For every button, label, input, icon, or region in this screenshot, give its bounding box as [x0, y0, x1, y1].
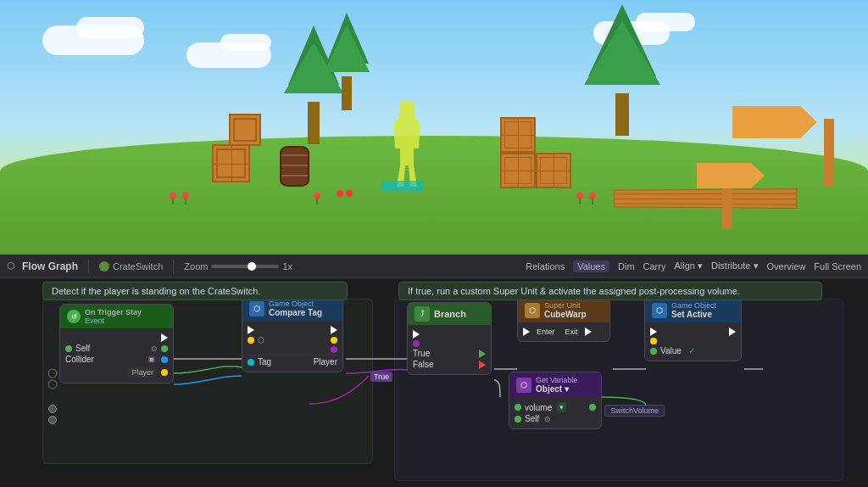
zoom-value: 1x — [282, 261, 292, 271]
node-branch[interactable]: ⤴ Branch True — [407, 302, 492, 375]
trigger-player-row: Player — [65, 367, 168, 378]
compare-gameobj-row: ⬡ — [248, 336, 337, 344]
tree-far-right — [580, 0, 665, 136]
super-header-line2: CubeWarp — [544, 310, 587, 319]
node-on-trigger-stay[interactable]: ↺ On Trigger Stay Event Self ⊙ — [59, 304, 174, 383]
setactive-header-line1: Game Object — [671, 301, 716, 310]
super-enter-in[interactable] — [523, 327, 530, 336]
compare-obj-label: ⬡ — [258, 336, 264, 344]
signpost — [824, 119, 834, 187]
svg-rect-3 — [342, 76, 352, 110]
overview-btn[interactable]: Overview — [767, 261, 806, 271]
breadcrumb[interactable]: CrateSwitch — [99, 261, 163, 271]
flower-2 — [182, 193, 189, 199]
super-icon: ⬡ — [525, 303, 540, 318]
branch-false-label: False — [413, 360, 476, 369]
branch-true-row: True — [413, 349, 486, 358]
trigger-collider-out[interactable] — [161, 356, 168, 363]
getvar-body: SwitchVolume volume ▾ Self ⊙ — [509, 397, 601, 428]
setactive-header-line2: Set Active — [671, 310, 716, 319]
compare-bool-out[interactable] — [331, 346, 337, 353]
volume-dropdown[interactable]: ▾ — [557, 402, 566, 412]
setactive-icon: ⬡ — [652, 303, 667, 318]
branch-icon: ⤴ — [415, 306, 430, 322]
setactive-value-in[interactable] — [650, 348, 657, 355]
flower-7 — [337, 190, 343, 197]
left-port-2[interactable] — [48, 412, 57, 428]
distribute-btn[interactable]: Distribute ▾ — [711, 260, 759, 271]
cloud — [76, 17, 144, 38]
branch-bool-in[interactable] — [413, 340, 420, 347]
desc-left-text: Detect if the player is standing on the … — [52, 286, 260, 296]
wire-label-true: True — [370, 372, 392, 382]
player-tag: Player — [127, 367, 158, 378]
compare-separator — [248, 355, 337, 355]
node-set-active[interactable]: ⬡ Game Object Set Active — [644, 297, 742, 361]
trigger-self-port-out[interactable] — [161, 345, 168, 352]
setactive-checkmark[interactable]: ✓ — [688, 346, 695, 355]
compare-flow-row — [248, 326, 337, 334]
fullscreen-btn[interactable]: Full Screen — [814, 261, 861, 271]
trigger-flow-out[interactable] — [161, 333, 168, 342]
branch-title: Branch — [434, 309, 466, 319]
zoom-knob[interactable] — [248, 262, 256, 271]
getvar-volume-in[interactable] — [515, 404, 521, 411]
bridge — [614, 188, 797, 209]
cloud — [220, 34, 271, 51]
compare-obj-out[interactable] — [331, 337, 337, 344]
svg-marker-8 — [584, 21, 660, 85]
zoom-slider[interactable] — [211, 265, 279, 268]
getvar-self-icon: ⊙ — [544, 415, 551, 423]
compare-tag-row: Tag Player — [248, 357, 337, 367]
node-get-variable[interactable]: ⬡ Get Variable Object ▾ SwitchVolume vol… — [509, 372, 602, 429]
setactive-obj-in[interactable] — [650, 338, 657, 344]
compare-tag-in[interactable] — [248, 359, 254, 366]
compare-flow-in[interactable] — [248, 326, 254, 334]
relations-btn[interactable]: Relations — [526, 261, 565, 271]
branch-true-out[interactable] — [479, 350, 486, 358]
getvar-volume-out[interactable] — [589, 404, 596, 411]
setactive-flow-in[interactable] — [650, 327, 657, 336]
trigger-icon: ↺ — [67, 310, 81, 323]
setactive-flow-out[interactable] — [729, 327, 736, 336]
branch-body: True False — [408, 325, 491, 374]
getvar-self-row: Self ⊙ — [515, 414, 596, 423]
trigger-player-port[interactable] — [161, 369, 168, 376]
trigger-body: Self ⊙ Collider ▣ Player — [60, 328, 173, 383]
desc-right-text: If true, run a custom Super Unit & activ… — [408, 286, 740, 296]
branch-bool-row — [413, 340, 486, 347]
zoom-label: Zoom — [184, 261, 208, 271]
values-btn[interactable]: Values — [573, 260, 609, 272]
compare-flow-out[interactable] — [331, 326, 337, 334]
getvar-icon: ⬡ — [516, 378, 531, 393]
flower-3 — [576, 193, 583, 199]
crate-3 — [500, 117, 536, 153]
setactive-flow-row — [650, 327, 736, 336]
branch-false-out[interactable] — [479, 361, 486, 369]
compare-header-line1: Game Object — [269, 299, 322, 308]
branch-flow-in[interactable] — [413, 330, 420, 339]
node-compare-tag[interactable]: ⬡ Game Object Compare Tag ⬡ — [242, 295, 343, 372]
compare-tag-label: Tag — [258, 357, 271, 367]
super-body: Enter Exit — [518, 322, 609, 341]
branch-header: ⤴ Branch — [408, 303, 491, 325]
trigger-category: Event — [85, 316, 142, 325]
svg-rect-0 — [308, 102, 320, 144]
super-exit-out[interactable] — [585, 327, 592, 336]
dim-btn[interactable]: Dim — [618, 261, 635, 271]
compare-obj-in[interactable] — [248, 337, 254, 344]
trigger-flow-row — [65, 333, 168, 342]
align-btn[interactable]: Align ▾ — [674, 260, 703, 271]
player-platform — [381, 181, 424, 191]
zoom-control[interactable]: Zoom 1x — [184, 261, 292, 271]
node-super-unit[interactable]: ⬡ Super Unit CubeWarp Enter Exit — [517, 297, 610, 342]
super-header: ⬡ Super Unit CubeWarp — [518, 298, 609, 322]
branch-true-label: True — [413, 349, 476, 358]
getvar-volume-label: volume — [525, 403, 552, 412]
setactive-value-row: Value ✓ — [650, 346, 736, 355]
trigger-self-port-in[interactable] — [65, 345, 72, 352]
branch-false-row: False — [413, 360, 486, 369]
carry-btn[interactable]: Carry — [643, 261, 666, 271]
getvar-self-in[interactable] — [515, 416, 521, 423]
super-header-line1: Super Unit — [544, 301, 587, 310]
